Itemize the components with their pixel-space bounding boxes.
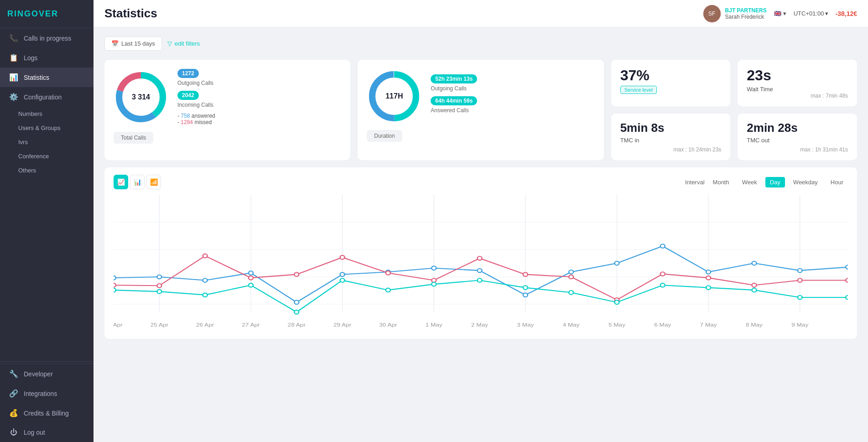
duration-card: 117H 52h 23min 13s Outgoing Calls 64h 44…	[358, 60, 603, 160]
sidebar-item-developer[interactable]: 🔧 Developer	[0, 364, 94, 384]
blue-dot	[523, 293, 528, 297]
mini-stats-grid: 37% Service level 23s Wait Time max : 7m…	[611, 60, 857, 160]
duration-footer-button[interactable]: Duration	[367, 130, 402, 142]
sidebar-sub-label: Users & Groups	[18, 125, 60, 131]
language-selector[interactable]: 🇬🇧 ▾	[774, 10, 786, 17]
sidebar-sub-label: Conference	[18, 153, 49, 160]
blue-dot	[846, 265, 848, 269]
blue-dot	[569, 270, 573, 274]
missed-info: - 1284 missed	[177, 119, 341, 125]
sidebar-sub-label: Ivrs	[18, 139, 28, 146]
answered-label: answered	[192, 113, 215, 119]
x-label: 25 Apr	[151, 322, 169, 328]
pink-dot	[523, 272, 528, 276]
pink-dot	[340, 255, 345, 260]
chart-section: 📈 📊 📶 Interval Month Week Day Weekday Ho…	[104, 167, 857, 339]
sidebar-item-configuration[interactable]: ⚙️ Configuration	[0, 87, 94, 107]
sidebar-item-log-out[interactable]: ⏻ Log out	[0, 423, 94, 442]
sidebar-sub-numbers[interactable]: Numbers	[0, 107, 94, 121]
user-name: Sarah Frederick	[725, 14, 767, 20]
total-calls-card: 3 314 1272 Outgoing Calls 2042 Incoming …	[104, 60, 350, 160]
duration-value: 117H	[385, 92, 403, 100]
sidebar-item-integrations[interactable]: 🔗 Integrations	[0, 384, 94, 403]
blue-dot	[706, 270, 711, 274]
stacked-chart-button[interactable]: 📶	[146, 175, 161, 189]
sidebar-sub-others[interactable]: Others	[0, 163, 94, 177]
timezone-selector[interactable]: UTC+01:00 ▾	[794, 10, 828, 17]
sidebar-item-label: Developer	[24, 370, 53, 378]
teal-dot	[523, 286, 528, 290]
answered-info: - 758 answered	[177, 113, 341, 119]
interval-day[interactable]: Day	[765, 177, 785, 187]
teal-dot	[798, 296, 802, 300]
sidebar-item-credits-billing[interactable]: 💰 Credits & Billing	[0, 403, 94, 423]
user-company: BJT PARTNERS	[725, 7, 767, 14]
incoming-label: Incoming Calls	[177, 102, 341, 108]
blue-dot	[615, 261, 619, 265]
outgoing-label: Outgoing Calls	[177, 80, 341, 86]
user-details: BJT PARTNERS Sarah Frederick	[725, 7, 767, 20]
blue-dot	[478, 269, 482, 273]
interval-weekday[interactable]: Weekday	[789, 177, 822, 187]
sidebar-sub-conference[interactable]: Conference	[0, 149, 94, 163]
sidebar-item-logs[interactable]: 📋 Logs	[0, 48, 94, 68]
calendar-icon: 📅	[111, 40, 119, 47]
wait-time-max: max : 7min 48s	[747, 93, 848, 99]
pink-dot	[846, 278, 848, 282]
tmc-out-value: 2min 28s	[747, 121, 848, 135]
x-label: 7 May	[700, 322, 717, 328]
missed-label: missed	[194, 119, 212, 125]
interval-month[interactable]: Month	[708, 177, 734, 187]
x-label: 2 May	[471, 322, 489, 328]
interval-hour[interactable]: Hour	[826, 177, 848, 187]
statistics-icon: 📊	[9, 73, 18, 82]
header: Statistics SF BJT PARTNERS Sarah Frederi…	[94, 0, 868, 27]
blue-dot	[203, 278, 208, 282]
teal-dot	[386, 288, 390, 292]
service-level-label-wrap: Service level	[620, 86, 722, 94]
x-label: 27 Apr	[242, 322, 260, 328]
total-calls-footer-button[interactable]: Total Calls	[114, 132, 153, 144]
tmc-out-card: 2min 28s TMC out max : 1h 31min 41s	[738, 114, 857, 160]
pink-dot	[706, 276, 711, 280]
pink-dot	[294, 272, 299, 276]
teal-dot	[294, 310, 299, 314]
sidebar-item-label: Configuration	[24, 94, 62, 101]
chart-toolbar: 📈 📊 📶 Interval Month Week Day Weekday Ho…	[114, 175, 848, 189]
sidebar-item-calls-in-progress[interactable]: 📞 Calls in progress	[0, 28, 94, 48]
sidebar-sub-label: Others	[18, 167, 36, 174]
chevron-down-icon: ▾	[783, 10, 786, 17]
pink-line	[114, 256, 848, 300]
blue-line	[114, 246, 848, 302]
sidebar-item-statistics[interactable]: 📊 Statistics	[0, 68, 94, 87]
pink-dot	[249, 276, 253, 280]
stats-row: 3 314 1272 Outgoing Calls 2042 Incoming …	[104, 60, 857, 160]
teal-dot	[706, 286, 711, 290]
sidebar-item-label: Calls in progress	[24, 35, 71, 42]
duration-outgoing-label: Outgoing Calls	[431, 85, 594, 92]
sidebar-sub-ivrs[interactable]: Ivrs	[0, 135, 94, 149]
teal-dot	[660, 283, 665, 287]
service-level-value: 37%	[620, 67, 722, 84]
teal-dot	[846, 296, 848, 300]
wait-time-value: 23s	[747, 67, 848, 84]
period-filter-button[interactable]: 📅 Last 15 days	[104, 36, 162, 51]
edit-filters-label: edit filters	[175, 40, 200, 47]
edit-filters-button[interactable]: ▽ edit filters	[167, 40, 200, 47]
answered-count: 758	[181, 113, 190, 119]
blue-dot	[294, 300, 299, 304]
teal-dot	[478, 278, 482, 282]
teal-dot	[340, 278, 345, 282]
billing-icon: 💰	[9, 409, 18, 417]
sidebar-sub-users-groups[interactable]: Users & Groups	[0, 121, 94, 135]
blue-dot	[431, 266, 436, 270]
service-level-card: 37% Service level	[611, 60, 731, 106]
bar-chart-button[interactable]: 📊	[130, 175, 145, 189]
blue-dot	[798, 269, 802, 273]
blue-dot	[340, 272, 345, 276]
interval-week[interactable]: Week	[738, 177, 762, 187]
tmc-in-max: max : 1h 24min 23s	[620, 146, 722, 153]
avatar: SF	[703, 5, 721, 22]
sidebar-item-label: Integrations	[24, 390, 57, 397]
line-chart-button[interactable]: 📈	[114, 175, 128, 189]
